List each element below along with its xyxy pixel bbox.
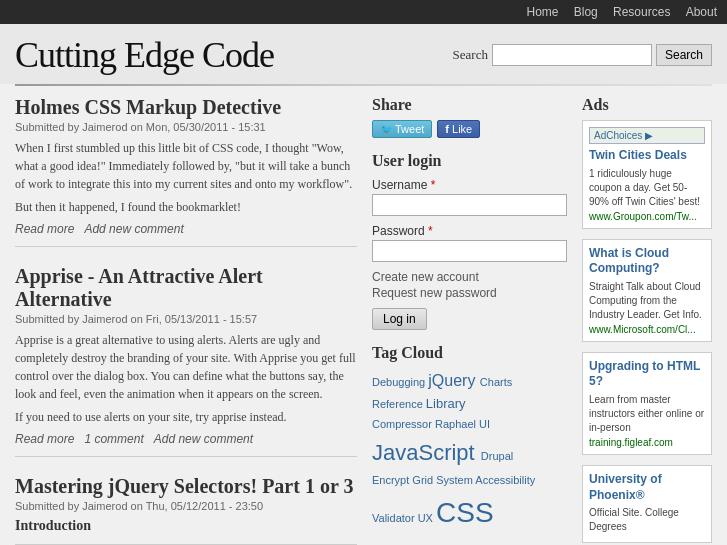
search-label: Search	[453, 47, 488, 63]
article-1-title: Holmes CSS Markup Detective	[15, 96, 357, 119]
tag-cloud-title: Tag Cloud	[372, 344, 567, 362]
article-1-read-more[interactable]: Read more	[15, 222, 74, 236]
ad-2-url: www.Microsoft.com/Cl...	[589, 324, 705, 335]
ads-title: Ads	[582, 96, 712, 114]
article-2-add-comment[interactable]: Add new comment	[154, 432, 253, 446]
tag-ui[interactable]: UI	[479, 418, 490, 430]
login-button[interactable]: Log in	[372, 308, 427, 330]
nav-blog[interactable]: Blog	[574, 5, 598, 19]
ad-2-title[interactable]: What is Cloud Computing?	[589, 246, 705, 277]
tag-ux[interactable]: UX	[418, 512, 436, 524]
nav-resources[interactable]: Resources	[613, 5, 670, 19]
article-2-read-more[interactable]: Read more	[15, 432, 74, 446]
article-1-submitted: Submitted by Jaimerod on Mon, 05/30/2011…	[15, 121, 357, 133]
request-password-link[interactable]: Request new password	[372, 286, 567, 300]
article-2-para-2: If you need to use alerts on your site, …	[15, 408, 357, 426]
ad-3-title[interactable]: Upgrading to HTML 5?	[589, 359, 705, 390]
nav-home[interactable]: Home	[526, 5, 558, 19]
password-required: *	[428, 224, 433, 238]
tag-grid[interactable]: Grid	[412, 474, 436, 486]
tag-system[interactable]: System	[436, 474, 475, 486]
header: Cutting Edge Code Search Search	[0, 24, 727, 84]
search-input[interactable]	[492, 44, 652, 66]
article-1-links: Read more Add new comment	[15, 222, 357, 236]
article-1-para-1: When I first stumbled up this little bit…	[15, 139, 357, 193]
nav-about[interactable]: About	[686, 5, 717, 19]
content-area: Holmes CSS Markup Detective Submitted by…	[0, 96, 727, 545]
login-section: User login Username * Password * Create …	[372, 152, 567, 330]
ad-3: Upgrading to HTML 5? Learn from master i…	[582, 352, 712, 455]
article-2-title: Apprise - An Attractive Alert Alternativ…	[15, 265, 357, 311]
ad-1-header: AdChoices ▶	[589, 127, 705, 144]
ad-2: What is Cloud Computing? Straight Talk a…	[582, 239, 712, 342]
tag-charts[interactable]: Charts	[480, 376, 512, 388]
article-1: Holmes CSS Markup Detective Submitted by…	[15, 96, 357, 247]
tag-raphael[interactable]: Raphael	[435, 418, 479, 430]
article-3: Mastering jQuery Selectors! Part 1 or 3 …	[15, 475, 357, 545]
create-account-link[interactable]: Create new account	[372, 270, 567, 284]
tweet-button[interactable]: Tweet	[372, 120, 432, 138]
top-nav: Home Blog Resources About	[0, 0, 727, 24]
ad-column: Ads AdChoices ▶ Twin Cities Deals 1 ridi…	[582, 96, 712, 545]
ad-3-text: Learn from master instructors either onl…	[589, 393, 705, 435]
ad-2-text: Straight Talk about Cloud Computing from…	[589, 280, 705, 322]
article-2-links: Read more 1 comment Add new comment	[15, 432, 357, 446]
header-divider	[15, 84, 712, 86]
article-3-title: Mastering jQuery Selectors! Part 1 or 3	[15, 475, 357, 498]
article-1-add-comment[interactable]: Add new comment	[84, 222, 183, 236]
login-links: Create new account Request new password	[372, 270, 567, 300]
article-3-submitted: Submitted by Jaimerod on Thu, 05/12/2011…	[15, 500, 357, 512]
tag-cloud-section: Tag Cloud Debugging jQuery Charts Refere…	[372, 344, 567, 536]
like-button[interactable]: Like	[437, 120, 480, 138]
article-3-section: Introduction	[15, 518, 357, 534]
tag-encrypt[interactable]: Encrypt	[372, 474, 412, 486]
social-buttons: Tweet Like	[372, 120, 567, 138]
tag-compressor[interactable]: Compressor	[372, 418, 435, 430]
search-button[interactable]: Search	[656, 44, 712, 66]
article-2: Apprise - An Attractive Alert Alternativ…	[15, 265, 357, 457]
ad-4-title[interactable]: University of Phoenix®	[589, 472, 705, 503]
ad-3-url: training.figleaf.com	[589, 437, 705, 448]
ad-1-url: www.Groupon.com/Tw...	[589, 211, 705, 222]
tag-jquery[interactable]: jQuery	[428, 372, 480, 389]
tag-debugging[interactable]: Debugging	[372, 376, 428, 388]
username-label: Username *	[372, 178, 567, 192]
tag-validator[interactable]: Validator	[372, 512, 418, 524]
tag-accessibility[interactable]: Accessibility	[475, 474, 535, 486]
ad-4-text: Official Site. College Degrees	[589, 506, 705, 534]
article-2-submitted: Submitted by Jaimerod on Fri, 05/13/2011…	[15, 313, 357, 325]
ad-4: University of Phoenix® Official Site. Co…	[582, 465, 712, 543]
site-title: Cutting Edge Code	[15, 34, 274, 76]
password-label: Password *	[372, 224, 567, 238]
username-required: *	[431, 178, 436, 192]
tag-cloud: Debugging jQuery Charts Reference Librar…	[372, 368, 567, 536]
tag-reference[interactable]: Reference	[372, 398, 426, 410]
tag-javascript[interactable]: JavaScript	[372, 440, 481, 465]
tag-css[interactable]: CSS	[436, 497, 494, 528]
article-1-para-2: But then it happened, I found the bookma…	[15, 198, 357, 216]
search-form: Search Search	[453, 44, 712, 66]
ad-1-text: 1 ridiculously huge coupon a day. Get 50…	[589, 167, 705, 209]
main-column: Holmes CSS Markup Detective Submitted by…	[15, 96, 357, 545]
share-title: Share	[372, 96, 567, 114]
page-wrapper: Cutting Edge Code Search Search Holmes C…	[0, 24, 727, 545]
article-2-comment-count[interactable]: 1 comment	[84, 432, 143, 446]
sidebar: Share Tweet Like User login Username * P…	[372, 96, 567, 545]
tag-drupal[interactable]: Drupal	[481, 450, 513, 462]
share-section: Share Tweet Like	[372, 96, 567, 138]
password-input[interactable]	[372, 240, 567, 262]
ad-1: AdChoices ▶ Twin Cities Deals 1 ridiculo…	[582, 120, 712, 229]
login-title: User login	[372, 152, 567, 170]
ad-1-title[interactable]: Twin Cities Deals	[589, 148, 705, 164]
username-input[interactable]	[372, 194, 567, 216]
tag-library[interactable]: Library	[426, 396, 466, 411]
article-2-para-1: Apprise is a great alternative to using …	[15, 331, 357, 403]
